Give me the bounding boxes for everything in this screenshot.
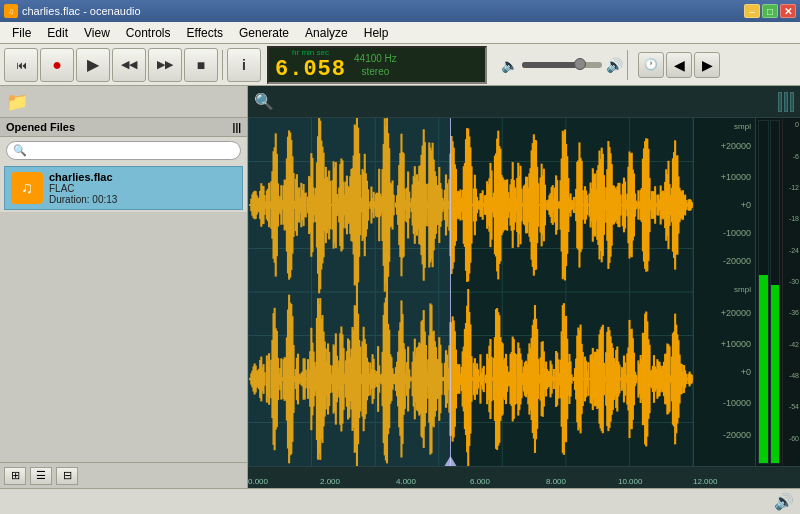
time-mark-0: 0.000 [248, 477, 268, 486]
channel-handle-3 [790, 92, 794, 112]
y-label-ch2-0: +0 [741, 367, 751, 377]
time-mark-8: 8.000 [546, 477, 566, 486]
sidebar: 📁 Opened Files ||| 🔍 ♫ charlies.flac FLA… [0, 86, 248, 488]
folder-icon[interactable]: 📁 [6, 91, 28, 113]
view-list-button[interactable]: ☰ [30, 467, 52, 485]
y-label-ch2-n20k: -20000 [723, 430, 751, 440]
db-label-36: -36 [789, 309, 799, 316]
menu-effects[interactable]: Effects [179, 24, 231, 42]
main-area: 📁 Opened Files ||| 🔍 ♫ charlies.flac FLA… [0, 86, 800, 488]
time-mark-10: 10.000 [618, 477, 642, 486]
db-label-12: -12 [789, 184, 799, 191]
view-thumbnails-button[interactable]: ⊞ [4, 467, 26, 485]
channels: stereo [362, 65, 390, 78]
toolbar: ⏮ ● ▶ ◀◀ ▶▶ ■ i hr min sec 6.058 44100 H… [0, 44, 800, 86]
waveform-canvas-element [248, 118, 693, 466]
menu-view[interactable]: View [76, 24, 118, 42]
volume-slider[interactable] [522, 62, 602, 68]
time-mark-4: 4.000 [396, 477, 416, 486]
clock-button[interactable]: 🕐 [638, 52, 664, 78]
db-scale: 0 -6 -12 -18 -24 -30 -36 -42 -48 -54 -60 [782, 118, 800, 466]
minimize-button[interactable]: – [744, 4, 760, 18]
file-name: charlies.flac [49, 171, 236, 183]
menu-analyze[interactable]: Analyze [297, 24, 356, 42]
file-thumbnail: ♫ [11, 172, 43, 204]
waveform-toolbar: 🔍 [248, 86, 800, 118]
nav-forward-button[interactable]: ▶ [694, 52, 720, 78]
menu-edit[interactable]: Edit [39, 24, 76, 42]
menu-help[interactable]: Help [356, 24, 397, 42]
menu-generate[interactable]: Generate [231, 24, 297, 42]
toolbar-separator-2 [627, 50, 628, 80]
rewind-button[interactable]: ◀◀ [112, 48, 146, 82]
file-item[interactable]: ♫ charlies.flac FLAC Duration: 00:13 [4, 166, 243, 210]
panel-collapse-icon[interactable]: ||| [233, 122, 241, 133]
db-label-54: -54 [789, 403, 799, 410]
opened-files-label: Opened Files ||| [0, 118, 247, 137]
db-label-0: 0 [795, 121, 799, 128]
search-box[interactable]: 🔍 [6, 141, 241, 160]
vu-meter-area: 0 -6 -12 -18 -24 -30 -36 -42 -48 -54 -60 [755, 118, 800, 466]
toolbar-separator [222, 50, 223, 80]
db-label-42: -42 [789, 341, 799, 348]
menu-file[interactable]: File [4, 24, 39, 42]
fast-forward-button[interactable]: ▶▶ [148, 48, 182, 82]
channel-handle-1 [778, 92, 782, 112]
file-duration: Duration: 00:13 [49, 194, 236, 205]
y-label-ch1-10k: +10000 [721, 172, 751, 182]
y-label-ch1-n20k: -20000 [723, 256, 751, 266]
playback-time: 6.058 [275, 57, 346, 82]
time-mark-2: 2.000 [320, 477, 340, 486]
db-label-60: -60 [789, 435, 799, 442]
vu-bar-right [770, 120, 781, 464]
nav-back-button[interactable]: ◀ [666, 52, 692, 78]
sidebar-bottom: ⊞ ☰ ⊟ [0, 462, 247, 488]
db-label-18: -18 [789, 215, 799, 222]
db-label-48: -48 [789, 372, 799, 379]
y-label-ch1-0: +0 [741, 200, 751, 210]
sidebar-header: 📁 [0, 86, 247, 118]
return-to-start-button[interactable]: ⏮ [4, 48, 38, 82]
info-button[interactable]: i [227, 48, 261, 82]
title-bar: ♫ charlies.flac - ocenaudio – □ ✕ [0, 0, 800, 22]
close-button[interactable]: ✕ [780, 4, 796, 18]
maximize-button[interactable]: □ [762, 4, 778, 18]
file-info: charlies.flac FLAC Duration: 00:13 [49, 171, 236, 205]
window-title: charlies.flac - ocenaudio [22, 5, 141, 17]
speaker-icon[interactable]: 🔊 [774, 492, 794, 511]
sidebar-empty-area [0, 212, 247, 462]
volume-low-icon: 🔈 [501, 57, 518, 73]
waveform-canvas[interactable] [248, 118, 693, 466]
status-bar: 🔊 [0, 488, 800, 514]
file-type: FLAC [49, 183, 236, 194]
waveform-main: smpl +20000 +10000 +0 -10000 -20000 smpl… [248, 118, 800, 466]
volume-high-icon: 🔊 [606, 57, 623, 73]
time-mark-6: 6.000 [470, 477, 490, 486]
y-unit-top: smpl [734, 122, 751, 131]
waveform-area: 🔍 smpl +20000 +10000 +0 -10000 -20000 [248, 86, 800, 488]
vu-bars [756, 118, 782, 466]
window-controls: – □ ✕ [744, 4, 796, 18]
db-label-24: -24 [789, 247, 799, 254]
y-unit-bottom: smpl [734, 285, 751, 294]
time-units: hr min sec [292, 48, 329, 57]
volume-knob[interactable] [574, 58, 586, 70]
time-mark-12: 12.000 [693, 477, 717, 486]
record-button[interactable]: ● [40, 48, 74, 82]
search-icon: 🔍 [13, 144, 27, 157]
sample-rate: 44100 Hz [354, 52, 397, 65]
vu-bar-pair [758, 120, 780, 464]
y-label-ch1-20k: +20000 [721, 141, 751, 151]
zoom-icon[interactable]: 🔍 [254, 92, 274, 111]
y-label-ch1-n10k: -10000 [723, 228, 751, 238]
y-axis: smpl +20000 +10000 +0 -10000 -20000 smpl… [693, 118, 755, 466]
vu-bar-left [758, 120, 769, 464]
menu-bar: File Edit View Controls Effects Generate… [0, 22, 800, 44]
view-grid-button[interactable]: ⊟ [56, 467, 78, 485]
search-input[interactable] [31, 145, 234, 157]
menu-controls[interactable]: Controls [118, 24, 179, 42]
db-label-6: -6 [793, 153, 799, 160]
play-button[interactable]: ▶ [76, 48, 110, 82]
stop-button[interactable]: ■ [184, 48, 218, 82]
db-label-30: -30 [789, 278, 799, 285]
